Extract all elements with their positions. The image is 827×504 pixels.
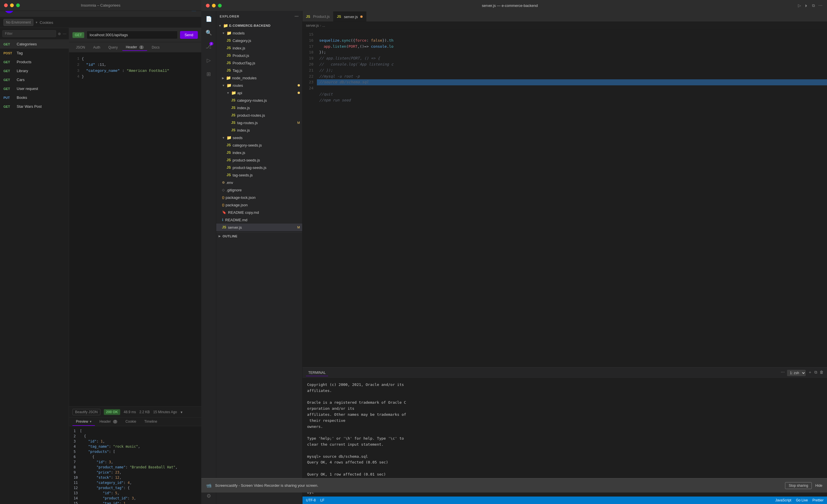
new-file-icon[interactable]: ⋯ bbox=[294, 14, 299, 19]
hide-button[interactable]: Hide bbox=[815, 484, 822, 488]
tree-root-folder[interactable]: ▼ 📁 E-COMMERCE-BACKEND bbox=[216, 22, 302, 29]
tree-category-seeds[interactable]: JS category-seeds.js bbox=[216, 142, 302, 149]
tree-product-seeds[interactable]: JS product-seeds.js bbox=[216, 156, 302, 164]
tree-package-lock[interactable]: {} package-lock.json bbox=[216, 194, 302, 201]
extensions-icon[interactable]: ⊞ bbox=[203, 68, 214, 80]
cookies-button[interactable]: Cookies bbox=[40, 20, 53, 25]
tree-package-json[interactable]: {} package.json bbox=[216, 201, 302, 209]
send-button[interactable]: Send bbox=[180, 31, 198, 39]
url-input[interactable] bbox=[87, 31, 178, 39]
models-folder-name: models bbox=[233, 31, 245, 35]
sidebar-item-starwars[interactable]: GET Star Wars Post bbox=[0, 102, 69, 111]
tree-category-routes[interactable]: JS category-routes.js bbox=[216, 97, 302, 104]
url-bar: GET Send bbox=[69, 28, 201, 42]
search-activity-icon[interactable]: 🔍 bbox=[203, 27, 214, 39]
sidebar-item-books[interactable]: PUT Books bbox=[0, 93, 69, 102]
status-language[interactable]: JavaScript bbox=[775, 498, 791, 502]
status-encoding[interactable]: UTF-8 bbox=[306, 498, 316, 502]
run-debug-icon[interactable]: ▷ bbox=[203, 55, 214, 66]
maximize-button[interactable] bbox=[16, 3, 20, 7]
method-get: GET bbox=[3, 43, 14, 46]
vscode-close-button[interactable] bbox=[206, 4, 210, 7]
tree-product-js[interactable]: JS Product.js bbox=[216, 52, 302, 59]
shell-selector[interactable]: 1: zsh bbox=[787, 370, 806, 376]
env-selector[interactable]: No Environment bbox=[3, 19, 33, 26]
editor-code-view[interactable]: 15161718 19202122 2324 sequelize.sync({f… bbox=[302, 29, 827, 367]
debug-icon[interactable]: ⏵ bbox=[805, 3, 809, 8]
tree-index-routes-2[interactable]: JS index.js bbox=[216, 126, 302, 134]
vscode-max-button[interactable] bbox=[218, 4, 222, 7]
resp-line: 6 { bbox=[74, 454, 197, 459]
tree-index-js-1[interactable]: JS index.js bbox=[216, 44, 302, 52]
status-golive[interactable]: Go Live bbox=[796, 498, 808, 502]
tree-seeds-folder[interactable]: ▼ 📁 seeds bbox=[216, 134, 302, 142]
js-icon: JS bbox=[222, 225, 226, 229]
resp-tab-preview[interactable]: Preview ▾ bbox=[72, 418, 95, 426]
tree-gitignore[interactable]: ◇ .gitignore bbox=[216, 186, 302, 194]
filter-input[interactable] bbox=[2, 30, 56, 37]
tree-api-folder[interactable]: ▼ 📁 api bbox=[216, 89, 302, 97]
split-icon[interactable]: ⧉ bbox=[812, 3, 815, 8]
vscode-min-button[interactable] bbox=[212, 4, 216, 7]
outline-section[interactable]: ▶ OUTLINE bbox=[216, 232, 302, 240]
tab-json[interactable]: JSON bbox=[72, 44, 89, 51]
resp-tab-cookie[interactable]: Cookie bbox=[122, 418, 140, 426]
stop-sharing-button[interactable]: Stop sharing bbox=[785, 482, 812, 489]
terminal-tab[interactable]: TERMINAL bbox=[306, 370, 328, 376]
resp-tab-header[interactable]: Header 7 bbox=[96, 418, 121, 426]
tab-query[interactable]: Query bbox=[105, 44, 121, 51]
source-control-icon[interactable]: ⎇ 2 bbox=[203, 41, 214, 52]
breadcrumb-file: server.js bbox=[306, 23, 319, 27]
folder-icon: 📁 bbox=[223, 23, 228, 28]
term-line: clear the current input statement. bbox=[307, 442, 822, 448]
minimize-button[interactable] bbox=[10, 3, 14, 7]
tree-env-file[interactable]: ⚙ .env bbox=[216, 179, 302, 186]
terminal-add-icon[interactable]: ＋ bbox=[808, 370, 812, 376]
tab-auth[interactable]: Auth bbox=[90, 44, 104, 51]
sidebar-item-products[interactable]: GET Products bbox=[0, 57, 69, 66]
editor-tab-server[interactable]: JS server.js bbox=[334, 11, 366, 21]
tree-product-tag-seeds[interactable]: JS product-tag-seeds.js bbox=[216, 164, 302, 171]
terminal-split-icon[interactable]: ⧉ bbox=[814, 370, 817, 376]
tree-tag-routes[interactable]: JS tag-routes.js M bbox=[216, 119, 302, 126]
tree-readme[interactable]: ℹ README.md bbox=[216, 216, 302, 224]
tree-category-js[interactable]: JS Category.js bbox=[216, 37, 302, 44]
method-badge[interactable]: GET bbox=[72, 32, 84, 38]
tree-tag-seeds[interactable]: JS tag-seeds.js bbox=[216, 171, 302, 179]
tree-node-modules[interactable]: ▶ 📁 node_modules bbox=[216, 74, 302, 81]
status-line-ending[interactable]: LF bbox=[320, 498, 324, 502]
sidebar-item-user-request[interactable]: GET User request bbox=[0, 84, 69, 93]
method-get-4: GET bbox=[3, 78, 14, 81]
sidebar-item-cars[interactable]: GET Cars bbox=[0, 75, 69, 84]
tree-index-js-routes[interactable]: JS index.js bbox=[216, 104, 302, 111]
tree-index-seeds[interactable]: JS index.js bbox=[216, 149, 302, 156]
close-button[interactable] bbox=[4, 3, 8, 7]
tree-tag-js[interactable]: JS Tag.js bbox=[216, 67, 302, 74]
editor-tab-product[interactable]: JS Product.js bbox=[302, 11, 334, 21]
more-icon[interactable]: ⋯ bbox=[818, 3, 822, 8]
tree-models-folder[interactable]: ▼ 📁 models bbox=[216, 29, 302, 37]
sort-icon[interactable]: ⋯ bbox=[63, 32, 66, 36]
tree-server-js[interactable]: JS server.js M bbox=[216, 224, 302, 231]
beautify-button[interactable]: Beautify JSON bbox=[72, 409, 100, 415]
preview-dropdown[interactable]: ▾ bbox=[90, 419, 91, 424]
time-ago-dropdown[interactable]: ▾ bbox=[181, 410, 183, 414]
status-prettier[interactable]: Prettier bbox=[812, 498, 824, 502]
tree-producttag-js[interactable]: JS ProductTag.js bbox=[216, 59, 302, 67]
tab-header[interactable]: Header 1 bbox=[122, 44, 147, 51]
tab-label-active: server.js bbox=[344, 15, 358, 19]
js-icon: JS bbox=[231, 113, 236, 117]
tree-readme-copy[interactable]: 🔖 README copy.md bbox=[216, 209, 302, 216]
terminal-more-icon[interactable]: ⋯ bbox=[781, 370, 785, 376]
sidebar-item-categoriees[interactable]: GET Categoriees bbox=[0, 40, 69, 49]
resp-tab-timeline[interactable]: Timeline bbox=[141, 418, 161, 426]
sidebar-item-library[interactable]: GET Library bbox=[0, 66, 69, 75]
terminal-trash-icon[interactable]: 🗑 bbox=[820, 370, 824, 376]
tree-product-routes[interactable]: JS product-routes.js bbox=[216, 111, 302, 119]
run-icon[interactable]: ▷ bbox=[798, 3, 801, 8]
js-icon: JS bbox=[227, 46, 231, 50]
sidebar-item-tag[interactable]: POST Tag bbox=[0, 49, 69, 57]
tree-routes-folder[interactable]: ▼ 📁 routes bbox=[216, 81, 302, 89]
tab-docs[interactable]: Docs bbox=[148, 44, 163, 51]
explorer-activity-icon[interactable]: 📄 bbox=[203, 13, 214, 25]
